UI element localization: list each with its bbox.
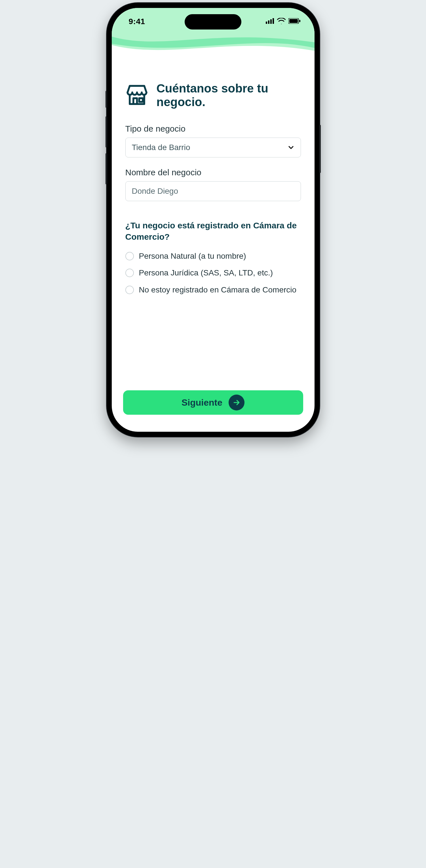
status-time: 9:41 [129,17,145,26]
svg-rect-7 [139,98,143,102]
next-button[interactable]: Siguiente [123,390,303,415]
business-type-field: Tipo de negocio Tienda de Barrio [125,124,301,157]
registration-option[interactable]: Persona Natural (a tu nombre) [125,251,301,261]
svg-rect-2 [270,19,272,24]
arrow-right-icon [229,395,244,410]
status-icons [266,18,300,25]
registration-radio-list: Persona Natural (a tu nombre) Persona Ju… [125,251,301,295]
next-button-label: Siguiente [182,397,222,408]
radio-icon [125,252,134,260]
signal-icon [266,18,274,25]
phone-side-button [105,116,107,148]
registration-question-block: ¿Tu negocio está registrado en Cámara de… [125,220,301,295]
business-name-field: Nombre del negocio [125,168,301,201]
registration-option[interactable]: No estoy registrado en Cámara de Comerci… [125,284,301,295]
svg-rect-1 [268,21,269,24]
title-row: Cuéntanos sobre tu negocio. [125,82,301,109]
registration-option[interactable]: Persona Jurídica (SAS, SA, LTD, etc.) [125,268,301,278]
svg-rect-6 [299,20,300,22]
business-type-value: Tienda de Barrio [132,143,190,152]
chevron-down-icon [287,144,295,152]
page-title: Cuéntanos sobre tu negocio. [157,82,301,109]
battery-icon [288,18,300,25]
store-icon [125,84,149,107]
svg-rect-5 [289,19,298,23]
content: Cuéntanos sobre tu negocio. Tipo de nego… [112,65,314,390]
business-name-label: Nombre del negocio [125,168,301,177]
wave-image [112,31,314,65]
phone-side-button [105,91,107,108]
phone-side-button [319,125,321,173]
footer: Siguiente [112,390,314,432]
wifi-icon [277,18,285,25]
radio-icon [125,269,134,277]
screen: 9:41 [112,8,314,432]
phone-frame: 9:41 [106,3,320,437]
business-type-select[interactable]: Tienda de Barrio [125,137,301,157]
business-name-input-wrap [125,181,301,201]
registration-option-label: Persona Jurídica (SAS, SA, LTD, etc.) [139,268,273,278]
radio-icon [125,286,134,294]
registration-option-label: Persona Natural (a tu nombre) [139,251,246,261]
svg-rect-0 [266,22,267,24]
registration-question: ¿Tu negocio está registrado en Cámara de… [125,220,301,243]
phone-side-button [105,153,107,184]
business-type-label: Tipo de negocio [125,124,301,134]
svg-rect-3 [273,18,274,24]
phone-notch [185,14,241,30]
registration-option-label: No estoy registrado en Cámara de Comerci… [139,284,297,295]
business-name-input[interactable] [132,187,295,196]
